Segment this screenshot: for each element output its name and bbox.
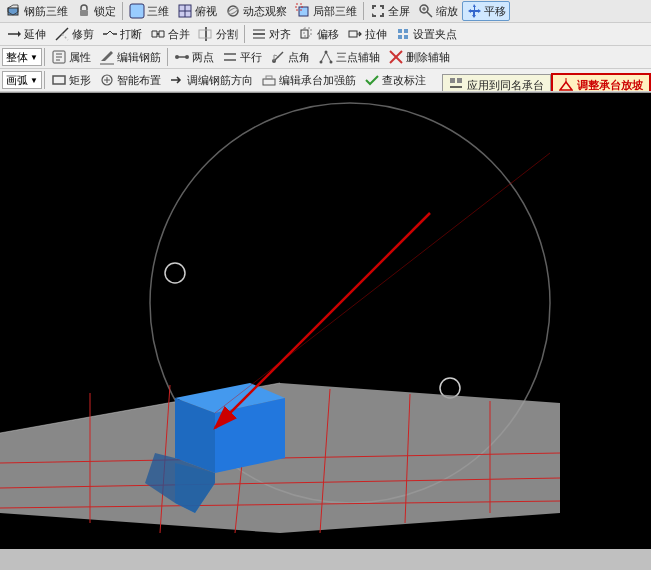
- rect-label: 矩形: [69, 73, 91, 88]
- btn-smart-layout[interactable]: 智能布置: [95, 70, 165, 90]
- zoom-icon: [418, 3, 434, 19]
- svg-rect-32: [398, 35, 402, 39]
- svg-line-49: [321, 52, 326, 62]
- adjust-slope-icon: [559, 77, 575, 92]
- top-view-icon: [177, 3, 193, 19]
- grip-icon: [395, 26, 411, 42]
- btn-edit-rebar[interactable]: 编辑钢筋: [95, 47, 165, 67]
- btn-apply-same[interactable]: 应用到同名承台: [442, 74, 551, 92]
- top-view-label: 俯视: [195, 4, 217, 19]
- apply-same-label: 应用到同名承台: [467, 78, 544, 93]
- btn-3d-view[interactable]: 三维: [125, 1, 173, 21]
- btn-fullscreen[interactable]: 全屏: [366, 1, 414, 21]
- toolbar-row-3: 整体 ▼ 属性 编辑钢筋 两点 平行: [0, 46, 651, 69]
- break-label: 打断: [120, 27, 142, 42]
- btn-pointangle[interactable]: 点角: [266, 47, 314, 67]
- svg-rect-31: [404, 29, 408, 33]
- btn-parallel[interactable]: 平行: [218, 47, 266, 67]
- btn-extend[interactable]: 延伸: [2, 24, 50, 44]
- btn-edit-cap[interactable]: 编辑承台加强筋: [257, 70, 360, 90]
- fullscreen-icon: [370, 3, 386, 19]
- deleteaux-label: 删除辅轴: [406, 50, 450, 65]
- local-3d-icon: [295, 3, 311, 19]
- svg-rect-3: [130, 4, 144, 18]
- svg-rect-59: [450, 78, 455, 83]
- 3d-view-label: 三维: [147, 4, 169, 19]
- dropdown-arc-label: 画弧: [6, 73, 28, 88]
- align-label: 对齐: [269, 27, 291, 42]
- rebar-dir-label: 调编钢筋方向: [187, 73, 253, 88]
- align-icon: [251, 26, 267, 42]
- btn-threepoint[interactable]: 三点辅轴: [314, 47, 384, 67]
- pan-label: 平移: [484, 4, 506, 19]
- stretch-label: 拉伸: [365, 27, 387, 42]
- svg-rect-2: [80, 10, 88, 16]
- btn-rect[interactable]: 矩形: [47, 70, 95, 90]
- toolbar-row-2: 延伸 修剪 打断 合并 分割: [0, 23, 651, 46]
- twopoint-icon: [174, 49, 190, 65]
- btn-pan[interactable]: 平移: [462, 1, 510, 21]
- rebar-dir-icon: [169, 72, 185, 88]
- fullscreen-label: 全屏: [388, 4, 410, 19]
- pan-icon: [466, 3, 482, 19]
- svg-rect-33: [404, 35, 408, 39]
- svg-rect-23: [199, 30, 211, 38]
- btn-split[interactable]: 分割: [194, 24, 242, 44]
- btn-check-mark[interactable]: 查改标注: [360, 70, 430, 90]
- dropdown-whole[interactable]: 整体 ▼: [2, 48, 42, 66]
- btn-offset[interactable]: 偏移: [295, 24, 343, 44]
- smart-layout-label: 智能布置: [117, 73, 161, 88]
- btn-orbit[interactable]: 动态观察: [221, 1, 291, 21]
- scene-svg: [0, 93, 651, 549]
- svg-rect-58: [266, 76, 272, 79]
- zoom-label: 缩放: [436, 4, 458, 19]
- btn-local-3d[interactable]: 局部三维: [291, 1, 361, 21]
- pointangle-label: 点角: [288, 50, 310, 65]
- btn-lock[interactable]: 锁定: [72, 1, 120, 21]
- grip-label: 设置夹点: [413, 27, 457, 42]
- btn-rebar-3d[interactable]: 钢筋三维: [2, 1, 72, 21]
- dropdown-arc-chevron: ▼: [30, 76, 38, 85]
- svg-rect-29: [349, 31, 357, 37]
- svg-rect-57: [263, 79, 275, 85]
- check-mark-label: 查改标注: [382, 73, 426, 88]
- sep2: [363, 2, 364, 20]
- orbit-icon: [225, 3, 241, 19]
- stretch-icon: [347, 26, 363, 42]
- btn-trim[interactable]: 修剪: [50, 24, 98, 44]
- smart-layout-icon: [99, 72, 115, 88]
- btn-deleteaux[interactable]: 删除辅轴: [384, 47, 454, 67]
- btn-align[interactable]: 对齐: [247, 24, 295, 44]
- svg-rect-53: [53, 76, 65, 84]
- btn-zoom[interactable]: 缩放: [414, 1, 462, 21]
- btn-break[interactable]: 打断: [98, 24, 146, 44]
- btn-top-view[interactable]: 俯视: [173, 1, 221, 21]
- dropdown-whole-chevron: ▼: [30, 53, 38, 62]
- 3d-view-icon: [129, 3, 145, 19]
- btn-merge[interactable]: 合并: [146, 24, 194, 44]
- canvas-area[interactable]: [0, 93, 651, 549]
- btn-adjust-slope[interactable]: 调整承台放坡: [551, 73, 651, 92]
- btn-rebar-dir[interactable]: 调编钢筋方向: [165, 70, 257, 90]
- merge-label: 合并: [168, 27, 190, 42]
- extend-label: 延伸: [24, 27, 46, 42]
- trim-icon: [54, 26, 70, 42]
- svg-rect-9: [299, 7, 308, 16]
- dropdown-arc[interactable]: 画弧 ▼: [2, 71, 42, 89]
- btn-stretch[interactable]: 拉伸: [343, 24, 391, 44]
- btn-property[interactable]: 属性: [47, 47, 95, 67]
- property-label: 属性: [69, 50, 91, 65]
- sep6: [44, 71, 45, 89]
- adjust-slope-label: 调整承台放坡: [577, 78, 643, 93]
- svg-line-12: [427, 12, 432, 17]
- dropdown-whole-label: 整体: [6, 50, 28, 65]
- edit-cap-label: 编辑承台加强筋: [279, 73, 356, 88]
- sep1: [122, 2, 123, 20]
- btn-grip[interactable]: 设置夹点: [391, 24, 461, 44]
- split-icon: [198, 26, 214, 42]
- rect-icon: [51, 72, 67, 88]
- orbit-label: 动态观察: [243, 4, 287, 19]
- btn-twopoint[interactable]: 两点: [170, 47, 218, 67]
- parallel-icon: [222, 49, 238, 65]
- check-mark-icon: [364, 72, 380, 88]
